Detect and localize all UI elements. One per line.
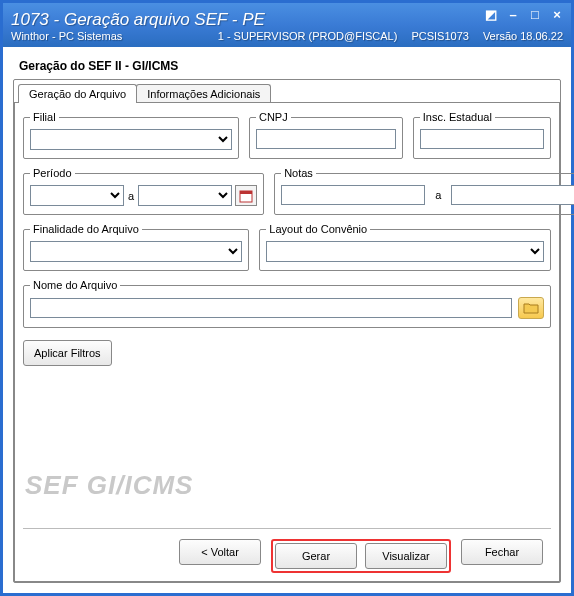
visualizar-button[interactable]: Visualizar <box>365 543 447 569</box>
minimize-icon[interactable]: – <box>505 7 521 22</box>
periodo-sep: a <box>128 190 134 202</box>
user-context: 1 - SUPERVISOR (PROD@FISCAL) <box>218 30 398 42</box>
layout-select[interactable] <box>266 241 544 262</box>
tab-info-adicionais[interactable]: Informações Adicionais <box>136 84 271 103</box>
insc-input[interactable] <box>420 129 544 149</box>
label-insc: Insc. Estadual <box>420 111 495 123</box>
calendar-icon[interactable] <box>235 185 257 206</box>
label-nome-arquivo: Nome do Arquivo <box>30 279 120 291</box>
notas-sep: a <box>435 189 441 201</box>
main-panel: Geração do Arquivo Informações Adicionai… <box>13 79 561 583</box>
page-title: Geração do SEF II - GI/ICMS <box>19 59 561 73</box>
highlight-frame: Gerar Visualizar <box>271 539 451 573</box>
periodo-de-select[interactable] <box>30 185 124 206</box>
fechar-button[interactable]: Fechar <box>461 539 543 565</box>
client-area: Geração do SEF II - GI/ICMS Geração do A… <box>3 47 571 593</box>
group-cnpj: CNPJ <box>249 111 403 159</box>
footer-buttons: < Voltar Gerar Visualizar Fechar <box>23 539 551 573</box>
group-layout: Layout do Convênio <box>259 223 551 271</box>
folder-icon[interactable] <box>518 297 544 319</box>
group-filial: Filial <box>23 111 239 159</box>
edit-icon[interactable]: ◩ <box>483 7 499 22</box>
label-filial: Filial <box>30 111 59 123</box>
finalidade-select[interactable] <box>30 241 242 262</box>
version-label: Versão 18.06.22 <box>483 30 563 42</box>
tab-body: Filial CNPJ Insc. Estadual Perí <box>14 102 560 582</box>
window-frame: 1073 - Geração arquivo SEF - PE Winthor … <box>0 0 574 596</box>
cnpj-input[interactable] <box>256 129 396 149</box>
separator <box>23 528 551 529</box>
gerar-button[interactable]: Gerar <box>275 543 357 569</box>
notas-de-input[interactable] <box>281 185 425 205</box>
filial-select[interactable] <box>30 129 232 150</box>
group-notas: Notas a <box>274 167 574 215</box>
group-insc: Insc. Estadual <box>413 111 551 159</box>
aplicar-filtros-button[interactable]: Aplicar Filtros <box>23 340 112 366</box>
tabs: Geração do Arquivo Informações Adicionai… <box>18 84 560 103</box>
label-cnpj: CNPJ <box>256 111 291 123</box>
watermark: SEF GI/ICMS <box>25 470 193 501</box>
tab-geracao[interactable]: Geração do Arquivo <box>18 84 137 103</box>
window-title: 1073 - Geração arquivo SEF - PE <box>11 10 563 30</box>
label-periodo: Período <box>30 167 75 179</box>
label-finalidade: Finalidade do Arquivo <box>30 223 142 235</box>
maximize-icon[interactable]: □ <box>527 7 543 22</box>
svg-rect-1 <box>240 191 252 194</box>
close-icon[interactable]: × <box>549 7 565 22</box>
group-finalidade: Finalidade do Arquivo <box>23 223 249 271</box>
label-notas: Notas <box>281 167 316 179</box>
voltar-button[interactable]: < Voltar <box>179 539 261 565</box>
module-code: PCSIS1073 <box>411 30 468 42</box>
label-layout: Layout do Convênio <box>266 223 370 235</box>
group-periodo: Período a <box>23 167 264 215</box>
group-nome-arquivo: Nome do Arquivo <box>23 279 551 328</box>
nome-arquivo-input[interactable] <box>30 298 512 318</box>
titlebar: 1073 - Geração arquivo SEF - PE Winthor … <box>3 3 571 47</box>
app-name: Winthor - PC Sistemas <box>11 30 122 42</box>
notas-ate-input[interactable] <box>451 185 574 205</box>
periodo-ate-select[interactable] <box>138 185 232 206</box>
